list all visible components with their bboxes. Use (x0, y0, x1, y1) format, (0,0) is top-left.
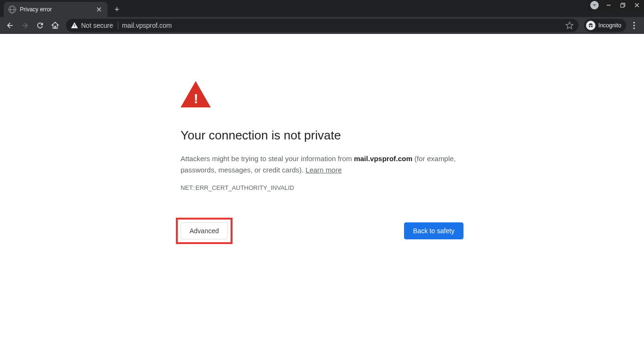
svg-point-9 (633, 24, 635, 26)
close-tab-button[interactable] (95, 6, 103, 13)
window-controls (587, 0, 644, 10)
globe-icon (8, 6, 16, 13)
error-body-pre: Attackers might be trying to steal your … (181, 155, 354, 163)
reload-button[interactable] (33, 18, 47, 33)
tab-title: Privacy error (20, 6, 91, 13)
error-body: Attackers might be trying to steal your … (181, 153, 463, 176)
home-button[interactable] (48, 18, 62, 33)
svg-point-8 (633, 22, 635, 23)
tab-strip: Privacy error + (0, 0, 644, 17)
profile-indicator-icon[interactable] (590, 1, 599, 9)
svg-point-10 (633, 27, 635, 29)
security-label: Not secure (81, 22, 113, 29)
button-row: Advanced Back to safety (181, 218, 463, 244)
browser-menu-button[interactable] (627, 18, 641, 33)
url-text: mail.vpsprof.com (122, 22, 562, 29)
back-to-safety-button[interactable]: Back to safety (404, 222, 463, 239)
svg-marker-0 (593, 4, 596, 6)
address-bar[interactable]: Not secure mail.vpsprof.com (66, 19, 578, 32)
browser-toolbar: Not secure mail.vpsprof.com Incognito (0, 17, 644, 34)
back-button[interactable] (3, 18, 17, 33)
forward-button[interactable] (18, 18, 32, 33)
warning-icon (71, 22, 78, 29)
security-indicator[interactable]: Not secure (71, 22, 118, 29)
maximize-button[interactable] (616, 0, 630, 10)
new-tab-button[interactable]: + (110, 3, 124, 16)
advanced-button[interactable]: Advanced (181, 222, 228, 239)
bookmark-star-icon[interactable] (565, 21, 574, 30)
incognito-label: Incognito (598, 22, 621, 29)
browser-tab[interactable]: Privacy error (4, 2, 107, 17)
error-body-domain: mail.vpsprof.com (354, 155, 413, 163)
learn-more-link[interactable]: Learn more (305, 166, 342, 174)
incognito-icon (586, 21, 595, 30)
highlight-annotation: Advanced (176, 218, 232, 244)
ssl-error-interstitial: ! Your connection is not private Attacke… (181, 81, 463, 343)
incognito-indicator[interactable]: Incognito (584, 19, 626, 32)
error-heading: Your connection is not private (181, 128, 463, 143)
svg-rect-3 (620, 4, 624, 7)
minimize-button[interactable] (602, 0, 616, 10)
close-window-button[interactable] (630, 0, 644, 10)
error-code: NET::ERR_CERT_AUTHORITY_INVALID (181, 184, 463, 191)
page-content: ! Your connection is not private Attacke… (0, 34, 644, 343)
warning-triangle-icon: ! (181, 81, 211, 107)
